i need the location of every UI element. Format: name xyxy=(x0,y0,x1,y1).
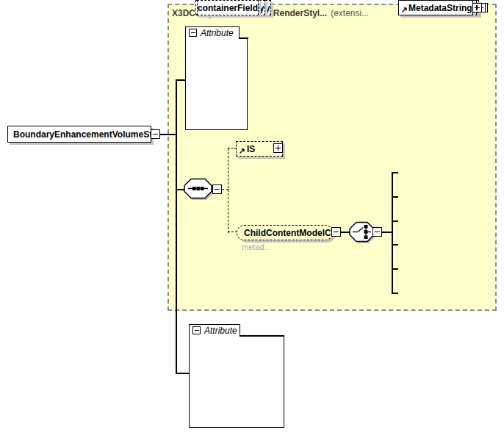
base-attribute-group-header[interactable]: Attribute xyxy=(185,26,240,38)
connector-trunk-to-own-attributes xyxy=(176,373,190,374)
reference-arrow-icon xyxy=(239,148,245,154)
connector-optional-trunk xyxy=(228,148,228,233)
attribute-containerfield[interactable]: containerField xyxy=(197,0,259,15)
childcontent-collapse-icon[interactable] xyxy=(331,227,341,237)
attribute-group-step xyxy=(239,37,248,39)
connector-meta-trunk xyxy=(392,172,393,294)
own-attribute-group-body xyxy=(189,335,284,428)
connector-meta-stub-6 xyxy=(392,293,398,294)
connector-meta-stub-5 xyxy=(392,268,398,270)
connector-root-to-trunk xyxy=(160,134,176,135)
root-element[interactable]: BoundaryEnhancementVolumeSt... xyxy=(7,126,151,143)
attribute-group-label: Attribute xyxy=(201,28,234,38)
is-expand-icon[interactable] xyxy=(273,143,283,153)
element-label: MetadataString xyxy=(408,3,472,13)
schema-diagram: X3DComposableVolumeRenderStyl...(extensi… xyxy=(0,0,504,441)
connector-meta-stub-2 xyxy=(392,196,398,198)
connector-meta-stub-1 xyxy=(392,172,398,173)
connector-meta-stub-4 xyxy=(392,244,398,245)
connector-choice-to-metatrunk xyxy=(382,232,392,233)
extension-suffix: (extensi... xyxy=(331,8,369,18)
base-attribute-group-body xyxy=(185,37,248,130)
collapse-icon[interactable] xyxy=(192,326,201,334)
childcontent-label: ChildContentModelC... xyxy=(244,228,333,238)
sequence-icon[interactable] xyxy=(184,178,216,206)
own-attribute-group-header[interactable]: Attribute xyxy=(189,324,240,336)
reference-arrow-icon xyxy=(401,7,408,13)
attribute-group-step xyxy=(240,335,284,337)
root-element-label: BoundaryEnhancementVolumeSt... xyxy=(13,129,151,140)
element-metadata-string[interactable]: MetadataString xyxy=(398,0,473,15)
connector-meta-stub-3 xyxy=(392,220,398,222)
root-collapse-icon[interactable] xyxy=(151,129,160,139)
sequence-collapse-icon[interactable] xyxy=(212,184,222,194)
collapse-icon[interactable] xyxy=(189,29,197,37)
connector-trunk xyxy=(176,79,177,374)
expand-icon[interactable] xyxy=(472,3,482,12)
attribute-label: containerField xyxy=(198,3,258,13)
choice-collapse-icon[interactable] xyxy=(372,227,382,237)
childcontent-annotation: metad... xyxy=(242,243,271,251)
is-element-label: IS xyxy=(247,144,255,154)
childcontent-group[interactable]: ChildContentModelC... xyxy=(237,225,333,240)
attribute-group-label: Attribute xyxy=(204,326,237,336)
